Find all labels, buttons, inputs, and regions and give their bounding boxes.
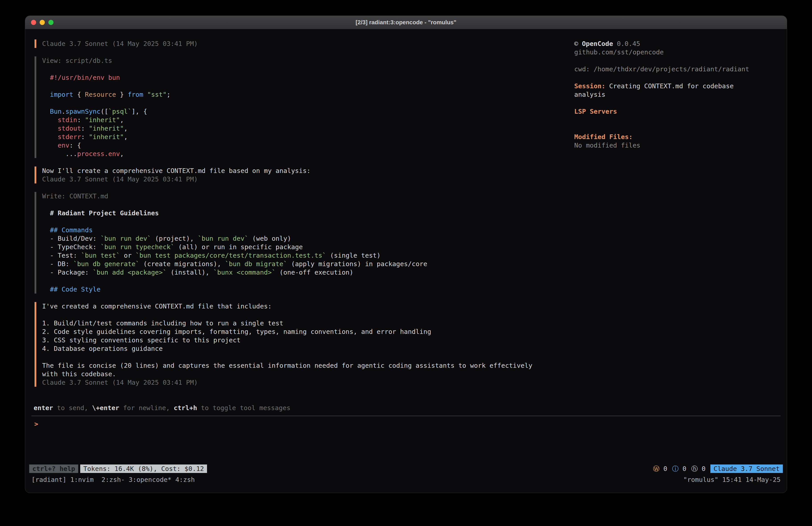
modified-files-heading: Modified Files: <box>574 133 781 141</box>
app-header: ©OpenCode0.0.45 <box>574 40 781 48</box>
tokens-cost-chip: Tokens: 16.4K (8%), Cost: $0.12 <box>80 465 207 473</box>
cwd-line: cwd:/home/thdxr/dev/projects/radiant/rad… <box>574 65 781 73</box>
terminal-window: [2/3] radiant:3:opencode - "romulus" Cla… <box>25 16 787 493</box>
terminal-line: 1. Build/lint/test commands including ho… <box>42 319 574 327</box>
model-chip[interactable]: Claude 3.7 Sonnet <box>710 465 783 473</box>
terminal-line: ## Code Style <box>42 285 574 294</box>
zoom-button[interactable] <box>48 20 54 25</box>
input-divider <box>31 416 781 416</box>
terminal-line: - Build/Dev: `bun run dev` (project), `b… <box>42 234 574 243</box>
terminal-line <box>42 200 574 209</box>
terminal-line: #!/usr/bin/env bun <box>42 73 574 82</box>
prompt-input[interactable]: > <box>34 420 781 428</box>
lsp-servers-heading: LSP Servers <box>574 107 781 116</box>
repo-link[interactable]: github.com/sst/opencode <box>574 48 781 56</box>
hints-icon: ⓗ <box>691 465 698 472</box>
terminal-line: - TypeCheck: `bun run typecheck` (all) o… <box>42 243 574 251</box>
window-title: [2/3] radiant:3:opencode - "romulus" <box>356 19 456 26</box>
session-title: Session:Creating CONTEXT.md for codebase… <box>574 82 748 99</box>
terminal-line: stdin: "inherit", <box>42 116 574 124</box>
terminal-line: ...process.env, <box>42 150 574 158</box>
modified-files-empty: No modified files <box>574 141 781 150</box>
session-label: Session: <box>574 82 606 90</box>
terminal-line: stdout: "inherit", <box>42 124 574 133</box>
terminal-line: Claude 3.7 Sonnet (14 May 2025 03:41 PM) <box>42 378 574 387</box>
terminal-line: - DB: `bun db generate` (create migratio… <box>42 260 574 268</box>
traffic-lights <box>31 16 54 29</box>
info-icon: ⓘ <box>672 465 679 472</box>
terminal-line: Write: CONTEXT.md <box>42 192 574 200</box>
terminal-line: 3. CSS styling conventions specific to t… <box>42 336 574 344</box>
warnings-icon: Ⓦ <box>653 465 659 472</box>
terminal-line: 4. Database operations guidance <box>42 344 574 353</box>
assistant-message: Now I'll create a comprehensive CONTEXT.… <box>34 167 574 183</box>
terminal-line: ## Commands <box>42 226 574 234</box>
tool-message: View: script/db.ts #!/usr/bin/env bun im… <box>34 56 574 158</box>
terminal-line: Bun.spawnSync([`psql`], { <box>42 107 574 116</box>
minimize-button[interactable] <box>40 20 45 25</box>
message-list: Claude 3.7 Sonnet (14 May 2025 03:41 PM)… <box>31 40 574 395</box>
titlebar[interactable]: [2/3] radiant:3:opencode - "romulus" <box>25 16 787 29</box>
status-bar: ctrl+? help Tokens: 16.4K (8%), Cost: $0… <box>29 464 783 473</box>
terminal-line: import { Resource } from "sst"; <box>42 90 574 99</box>
app-version: 0.0.45 <box>617 40 640 47</box>
message-header: Claude 3.7 Sonnet (14 May 2025 03:41 PM) <box>34 40 574 48</box>
tmux-session-windows[interactable]: [radiant] 1:nvim 2:zsh- 3:opencode* 4:zs… <box>31 475 195 484</box>
diagnostic-info: ⓘ 0 <box>672 465 686 472</box>
sidebar: ©OpenCode0.0.45 github.com/sst/opencode … <box>574 40 781 150</box>
prompt-symbol: > <box>34 420 38 428</box>
terminal-line <box>42 217 574 226</box>
terminal-line: 2. Code style guidelines covering import… <box>42 327 574 336</box>
terminal-line <box>42 65 574 73</box>
terminal-line <box>42 353 574 361</box>
diagnostic-warnings: Ⓦ 0 <box>653 465 667 472</box>
help-shortcut-chip[interactable]: ctrl+? help <box>29 465 78 473</box>
terminal-line <box>42 311 574 319</box>
tool-message: Write: CONTEXT.md # Radiant Project Guid… <box>34 192 574 294</box>
terminal-line <box>42 276 574 285</box>
terminal-line: stderr: "inherit", <box>42 133 574 141</box>
diagnostic-hints: ⓗ 0 <box>691 465 706 472</box>
terminal-line <box>42 99 574 107</box>
terminal-line: Now I'll create a comprehensive CONTEXT.… <box>42 167 574 175</box>
close-button[interactable] <box>31 20 36 25</box>
terminal-content: Claude 3.7 Sonnet (14 May 2025 03:41 PM)… <box>25 29 787 493</box>
terminal-line: # Radiant Project Guidelines <box>42 209 574 217</box>
terminal-line: with this codebase. <box>42 370 574 378</box>
assistant-message: I've created a comprehensive CONTEXT.md … <box>34 302 574 387</box>
cwd-path: /home/thdxr/dev/projects/radiant/radiant <box>594 65 749 73</box>
terminal-line: - Package: `bun add <package>` (install)… <box>42 268 574 276</box>
diagnostics: Ⓦ 0ⓘ 0ⓗ 0 <box>653 465 710 473</box>
terminal-line <box>42 82 574 90</box>
terminal-line: Claude 3.7 Sonnet (14 May 2025 03:41 PM) <box>42 175 574 183</box>
cwd-label: cwd: <box>574 65 590 73</box>
terminal-line: The file is concise (20 lines) and captu… <box>42 361 574 370</box>
terminal-line: Claude 3.7 Sonnet (14 May 2025 03:41 PM) <box>42 40 574 48</box>
input-area: enter to send, \+enter for newline, ctrl… <box>31 404 781 428</box>
tmux-status-bar: [radiant] 1:nvim 2:zsh- 3:opencode* 4:zs… <box>31 475 781 484</box>
terminal-line: I've created a comprehensive CONTEXT.md … <box>42 302 574 311</box>
input-hints: enter to send, \+enter for newline, ctrl… <box>34 404 781 412</box>
terminal-line: View: script/db.ts <box>42 56 574 65</box>
opencode-logo-icon: © <box>574 40 578 47</box>
terminal-line: - Test: `bun test` or `bun test packages… <box>42 251 574 260</box>
terminal-line: env: { <box>42 141 574 150</box>
app-name: OpenCode <box>582 40 613 47</box>
tmux-host-time: "romulus" 15:41 14-May-25 <box>683 475 781 484</box>
